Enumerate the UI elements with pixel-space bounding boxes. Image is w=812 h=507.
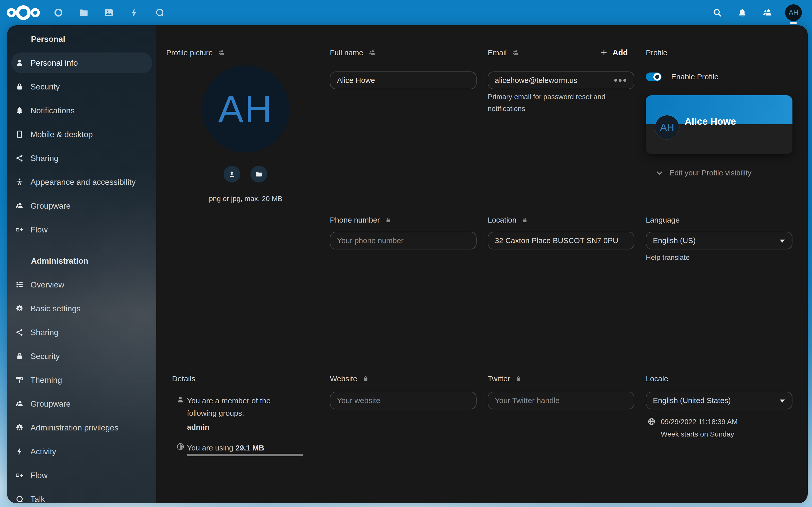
choose-from-files-button[interactable]: [250, 166, 267, 182]
select-caret-icon: [780, 399, 785, 403]
quota-text: You are using 29.1 MB: [187, 442, 264, 454]
scope-people-icon[interactable]: [218, 49, 225, 57]
activity-icon: [15, 447, 24, 456]
profile-card-name: Alice Howe: [684, 116, 736, 127]
twitter-input[interactable]: [488, 392, 635, 409]
dashboard-icon[interactable]: [53, 8, 63, 18]
language-label: Language: [646, 215, 679, 226]
sidebar-item-talk[interactable]: Talk: [11, 489, 152, 503]
sidebar-item-activity[interactable]: Activity: [11, 441, 152, 462]
twitter-label: Twitter: [488, 373, 522, 384]
help-translate-link[interactable]: Help translate: [646, 251, 690, 263]
avatar-initials: AH: [789, 9, 798, 17]
mobile-icon: [15, 130, 24, 139]
scope-people-icon[interactable]: [368, 49, 376, 57]
sidebar-item-label: Administration privileges: [31, 423, 118, 433]
scope-people-icon[interactable]: [512, 49, 519, 57]
lock-icon[interactable]: [385, 217, 392, 223]
groups-membership-text: You are a member of the following groups…: [187, 394, 276, 419]
notifications-bell-icon[interactable]: [737, 8, 747, 18]
sidebar-item-flow[interactable]: Flow: [11, 219, 152, 240]
profile-picture-label: Profile picture: [166, 47, 225, 58]
sidebar-item-label: Overview: [31, 280, 64, 289]
user-avatar[interactable]: AH: [785, 4, 802, 21]
locale-week-start: Week starts on Sunday: [661, 428, 734, 440]
settings-sidebar: PersonalPersonal infoSecurityNotificatio…: [7, 25, 156, 503]
top-header: AH: [0, 0, 812, 25]
folder-icon: [255, 170, 263, 178]
sidebar-item-personal-info[interactable]: Personal info: [11, 52, 152, 73]
sidebar-item-label: Basic settings: [31, 304, 81, 313]
profile-picture-avatar: AH: [202, 65, 289, 153]
sidebar-item-label: Groupware: [31, 201, 70, 211]
sidebar-item-appearance-and-accessibility[interactable]: Appearance and accessibility: [11, 172, 152, 192]
email-label: Email: [488, 47, 519, 58]
contacts-icon[interactable]: [763, 8, 773, 18]
sidebar-section-title: Personal: [31, 35, 156, 44]
add-email-button[interactable]: Add: [600, 47, 628, 58]
sidebar-item-administration-privileges[interactable]: Administration privileges: [11, 417, 152, 438]
globe-icon: [647, 417, 656, 427]
sidebar-item-mobile-desktop[interactable]: Mobile & desktop: [11, 124, 152, 145]
phone-number-input[interactable]: [330, 232, 476, 249]
sidebar-item-overview[interactable]: Overview: [11, 274, 152, 295]
enable-profile-toggle[interactable]: [646, 72, 662, 81]
sidebar-item-label: Talk: [31, 495, 45, 503]
contacts-icon: [15, 202, 24, 210]
email-actions-menu-icon[interactable]: [613, 77, 627, 83]
group-name: admin: [187, 421, 209, 433]
sidebar-item-label: Appearance and accessibility: [31, 177, 136, 187]
sidebar-item-label: Activity: [31, 447, 56, 456]
lock-icon[interactable]: [362, 376, 369, 382]
upload-icon: [228, 170, 236, 178]
website-input[interactable]: [330, 392, 476, 409]
bell-icon: [15, 106, 24, 115]
sidebar-item-security[interactable]: Security: [11, 346, 152, 367]
sidebar-item-theming[interactable]: Theming: [11, 370, 152, 390]
sidebar-item-sharing[interactable]: Sharing: [11, 148, 152, 169]
profile-card-avatar: AH: [655, 115, 679, 139]
accessibility-icon: [15, 178, 24, 186]
theming-icon: [15, 376, 24, 384]
flow-icon: [15, 471, 24, 480]
full-name-label: Full name: [330, 47, 376, 58]
lock-icon: [15, 352, 24, 360]
sidebar-item-basic-settings[interactable]: Basic settings: [11, 298, 152, 319]
activity-icon[interactable]: [129, 8, 139, 18]
lock-icon: [15, 82, 24, 91]
sidebar-item-groupware[interactable]: Groupware: [11, 195, 152, 216]
files-icon[interactable]: [79, 8, 89, 18]
photos-icon[interactable]: [104, 8, 114, 18]
sidebar-item-label: Notifications: [31, 106, 74, 115]
upload-avatar-button[interactable]: [223, 166, 240, 182]
talk-icon[interactable]: [155, 8, 165, 18]
full-name-input[interactable]: [330, 71, 476, 89]
email-input[interactable]: [488, 71, 635, 89]
profile-preview-card[interactable]: AH Alice Howe: [646, 95, 793, 154]
settings-icon: [15, 304, 24, 313]
edit-profile-visibility[interactable]: Edit your Profile visibility: [655, 167, 751, 178]
sidebar-item-label: Personal info: [31, 58, 78, 68]
sidebar-item-flow[interactable]: Flow: [11, 465, 152, 486]
admin-icon: [15, 424, 24, 432]
page: { "header": { "app_icons": ["dashboard",…: [0, 0, 812, 507]
main-content: Profile picture AH png or jpg, max. 20 M…: [156, 25, 808, 503]
account-icon: [15, 59, 24, 67]
sidebar-item-sharing[interactable]: Sharing: [11, 322, 152, 343]
sidebar-item-notifications[interactable]: Notifications: [11, 100, 152, 121]
member-person-icon: [176, 395, 185, 405]
contacts-icon: [15, 399, 24, 408]
language-select[interactable]: English (US): [646, 232, 793, 249]
locale-select[interactable]: English (United States): [646, 392, 793, 409]
locale-datetime: 09/29/2022 11:18:39 AM: [661, 416, 738, 428]
sidebar-item-label: Mobile & desktop: [31, 130, 93, 139]
search-icon[interactable]: [712, 8, 722, 18]
sidebar-item-groupware[interactable]: Groupware: [11, 393, 152, 414]
lock-icon[interactable]: [515, 376, 522, 382]
location-input[interactable]: [488, 232, 635, 249]
sidebar-item-security[interactable]: Security: [11, 76, 152, 97]
lock-icon[interactable]: [521, 217, 528, 223]
website-label: Website: [330, 373, 369, 384]
sidebar-item-label: Sharing: [31, 154, 58, 163]
quota-progress-bar: [187, 454, 303, 456]
